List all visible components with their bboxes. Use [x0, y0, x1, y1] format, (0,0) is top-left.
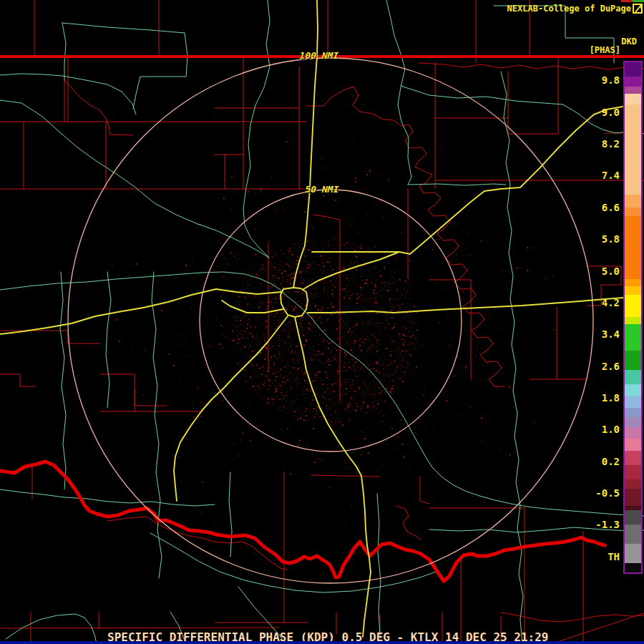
river-line [386, 0, 411, 185]
colorbar-segment [625, 408, 641, 417]
colorbar-segment [625, 525, 641, 544]
colorbar-segment [625, 489, 641, 506]
county-line [0, 374, 36, 386]
river-line [62, 23, 66, 80]
river-line [229, 472, 232, 557]
county-line [435, 72, 508, 118]
radar-viewer: NEXLAB-College of DuPage DKD [PHAS] 100 … [0, 0, 644, 644]
colorbar-segment [625, 104, 641, 195]
colorbar-segment [625, 324, 641, 351]
colorbar-segment [625, 396, 641, 408]
county-line [313, 215, 340, 220]
county-line [420, 477, 429, 504]
colorbar-segment [625, 208, 641, 216]
colorbar-segment [625, 317, 641, 324]
river-line [0, 100, 269, 258]
colorbar-segment [625, 351, 641, 370]
range-ring-50nmi [200, 190, 462, 452]
top-red-strip [621, 0, 633, 2]
colorbar-segment [625, 479, 641, 489]
colorbar-tick-label: 9.8 [565, 74, 620, 86]
colorbar-segment [625, 77, 641, 87]
county-line [419, 63, 644, 69]
highway-line [303, 107, 623, 289]
colorbar-segment [625, 286, 641, 295]
river-line [60, 272, 66, 489]
county-line [311, 475, 379, 477]
product-phase: [PHAS] [590, 45, 620, 55]
colorbar-segment [625, 510, 641, 525]
state-borders [0, 57, 644, 581]
highway-line [222, 301, 283, 313]
colorbar-tick-label: -1.3 [565, 519, 620, 530]
colorbar-tick-label: 5.0 [565, 265, 620, 277]
county-line [64, 80, 133, 135]
colorbar-tick-label: 1.0 [565, 424, 620, 435]
radar-map [0, 0, 644, 644]
colorbar-segment [625, 279, 641, 286]
colorbar-segment [625, 544, 641, 563]
colorbar-segment [625, 439, 641, 451]
highway-line [293, 0, 318, 288]
colorbar-segment [625, 417, 641, 427]
colorbar-tick-label: 9.0 [565, 107, 620, 118]
colorbar-tick-label: -0.5 [565, 487, 620, 499]
colorbar-segment [625, 295, 641, 317]
river-line [62, 23, 185, 33]
colorbar-segment [625, 465, 641, 479]
county-line [551, 613, 644, 644]
colorbar-segment [625, 384, 641, 396]
cod-weather-logo-icon [633, 3, 643, 13]
colorbar-tick-label: TH [565, 551, 620, 562]
river-line [0, 272, 644, 516]
highway-line [0, 289, 281, 334]
red-river-border [0, 462, 605, 581]
colorbar-tick-label: 0.2 [565, 456, 620, 467]
range-ring-label-100nmi: 100 NMI [300, 50, 339, 61]
river-line [6, 614, 97, 644]
product-code: DKD [621, 36, 637, 47]
colorbar-segment [625, 195, 641, 208]
colorbar [623, 61, 643, 574]
colorbar-segment [625, 87, 641, 94]
colorbar-segment [625, 451, 641, 465]
colorbar-tick-label: 3.4 [565, 328, 620, 340]
colorbar-tick-label: 7.4 [565, 170, 620, 181]
river-line [106, 272, 111, 408]
county-line [508, 118, 558, 134]
colorbar-tick-label: 8.2 [565, 138, 620, 150]
highway-line [295, 317, 371, 637]
river-line [377, 494, 381, 635]
river-line [152, 272, 162, 578]
colorbar-segment [625, 62, 641, 77]
colorbar-segment [625, 427, 641, 439]
top-green-strip [633, 0, 644, 2]
county-line [0, 628, 279, 628]
highway-line [174, 316, 288, 501]
river-line [133, 33, 187, 109]
colorbar-segment [625, 216, 641, 279]
brand-title: NEXLAB-College of DuPage [507, 4, 631, 14]
colorbar-segment [625, 563, 641, 572]
colorbar-tick-label: 4.2 [565, 297, 620, 308]
river-line [501, 72, 523, 644]
range-ring-label-50nmi: 50 NMI [306, 184, 339, 195]
bottom-strip [0, 641, 644, 644]
colorbar-tick-label: 1.8 [565, 392, 620, 404]
colorbar-tick-label: 2.6 [565, 361, 620, 372]
colorbar-tick-label: 6.6 [565, 202, 620, 213]
colorbar-segment [625, 370, 641, 384]
river-line [408, 184, 506, 185]
colorbar-tick-label: 5.8 [565, 233, 620, 245]
colorbar-segment [625, 94, 641, 104]
county-line [396, 506, 421, 540]
county-line [429, 280, 471, 379]
